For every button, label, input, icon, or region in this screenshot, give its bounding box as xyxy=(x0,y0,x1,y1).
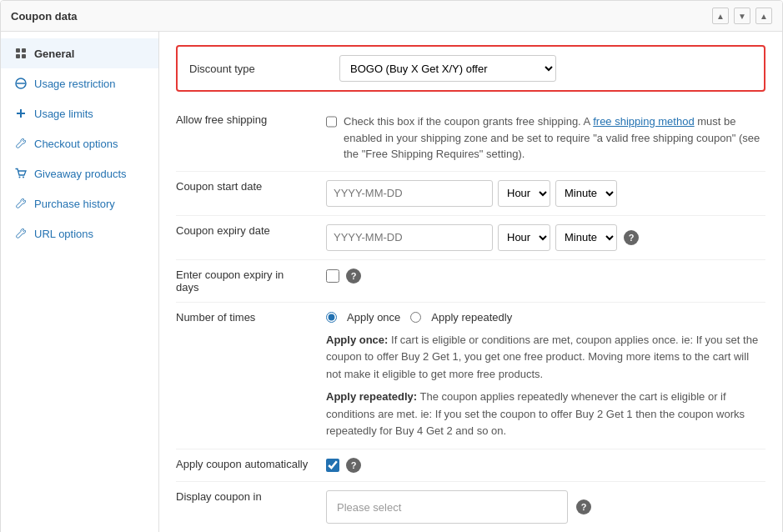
expiry-days-label: Enter coupon expiry in days xyxy=(176,269,309,294)
free-shipping-row: Allow free shipping Check this box if th… xyxy=(176,105,765,172)
grid-icon xyxy=(14,47,28,60)
discount-type-field: BOGO (Buy X Get X/Y) offer Percentage di… xyxy=(339,55,752,82)
sidebar-item-checkout-options[interactable]: Checkout options xyxy=(1,128,158,158)
apply-auto-row: Apply coupon automatically ? xyxy=(176,449,765,482)
apply-radio-group: Apply once Apply repeatedly xyxy=(326,311,765,324)
sidebar-label-url-options: URL options xyxy=(34,228,93,240)
apply-auto-checkbox[interactable] xyxy=(326,459,339,472)
window-controls: ▲ ▼ ▲ xyxy=(712,8,772,24)
sidebar-item-usage-limits[interactable]: Usage limits xyxy=(1,98,158,128)
coupon-start-date-row: Hour Minute xyxy=(326,180,765,207)
display-coupon-row: Display coupon in Please select ? xyxy=(176,482,765,532)
apply-once-label: Apply once xyxy=(347,311,400,324)
plus-icon xyxy=(14,107,28,120)
sidebar-label-usage-limits: Usage limits xyxy=(34,108,93,120)
sidebar-label-giveaway-products: Giveaway products xyxy=(34,168,127,180)
sidebar-item-usage-restriction[interactable]: Usage restriction xyxy=(1,68,158,98)
apply-repeatedly-label: Apply repeatedly xyxy=(431,311,512,324)
number-of-times-content: Apply once Apply repeatedly Apply once: … xyxy=(326,311,765,441)
free-shipping-text: Check this box if the coupon grants free… xyxy=(344,113,765,163)
free-shipping-checkbox[interactable] xyxy=(326,115,337,128)
sidebar-label-checkout-options: Checkout options xyxy=(34,138,118,150)
free-shipping-content: Check this box if the coupon grants free… xyxy=(326,113,765,163)
circle-block-icon xyxy=(14,77,28,90)
minimize-button[interactable]: ▲ xyxy=(712,8,729,24)
svg-point-8 xyxy=(19,177,21,178)
apply-once-desc: Apply once: If cart is eligible or condi… xyxy=(326,332,765,384)
apply-description: Apply once: If cart is eligible or condi… xyxy=(326,332,765,441)
apply-auto-controls: ? xyxy=(326,458,765,473)
expiry-days-checkbox[interactable] xyxy=(326,269,339,283)
apply-auto-label: Apply coupon automatically xyxy=(176,458,309,470)
coupon-start-hour-select[interactable]: Hour xyxy=(498,180,550,207)
sidebar-item-purchase-history[interactable]: Purchase history xyxy=(1,188,158,218)
apply-auto-content: ? xyxy=(326,458,765,473)
svg-rect-0 xyxy=(16,48,20,53)
layout: General Usage restriction xyxy=(1,32,782,532)
cart-icon xyxy=(14,167,28,180)
free-shipping-label: Allow free shipping xyxy=(176,113,309,126)
expiry-days-help-icon[interactable]: ? xyxy=(346,269,361,284)
display-coupon-content: Please select ? xyxy=(326,490,765,524)
svg-rect-2 xyxy=(16,54,20,58)
apply-repeatedly-desc: Apply repeatedly: The coupon applies rep… xyxy=(326,389,765,440)
title-bar: Coupon data ▲ ▼ ▲ xyxy=(1,1,782,32)
sidebar: General Usage restriction xyxy=(1,32,159,532)
coupon-start-content: Hour Minute xyxy=(326,180,765,207)
wrench-icon xyxy=(14,137,28,150)
discount-type-select[interactable]: BOGO (Buy X Get X/Y) offer Percentage di… xyxy=(339,55,556,82)
collapse-button[interactable]: ▼ xyxy=(734,8,750,24)
number-of-times-row: Number of times Apply once Apply repeate… xyxy=(176,303,765,450)
coupon-start-date-row: Coupon start date Hour Minute xyxy=(176,172,765,216)
coupon-start-date-input[interactable] xyxy=(326,180,493,207)
expiry-days-content: ? xyxy=(326,269,765,284)
display-coupon-select[interactable]: Please select xyxy=(326,490,568,524)
coupon-expiry-content: Hour Minute ? xyxy=(326,224,765,251)
window-title: Coupon data xyxy=(11,10,77,23)
sidebar-item-giveaway-products[interactable]: Giveaway products xyxy=(1,158,158,188)
coupon-expiry-controls: Hour Minute ? xyxy=(326,224,765,251)
sidebar-item-general[interactable]: General xyxy=(1,38,158,68)
svg-rect-1 xyxy=(22,48,26,53)
svg-rect-3 xyxy=(22,54,26,58)
apply-once-radio[interactable] xyxy=(326,312,337,323)
coupon-expiry-date-input[interactable] xyxy=(326,224,493,251)
expiry-date-help-icon[interactable]: ? xyxy=(624,230,639,245)
coupon-expiry-hour-select[interactable]: Hour xyxy=(498,224,550,251)
coupon-start-minute-select[interactable]: Minute xyxy=(555,180,617,207)
coupon-expiry-date-inputs: Hour Minute xyxy=(326,224,617,251)
discount-type-row: Discount type BOGO (Buy X Get X/Y) offer… xyxy=(176,45,765,92)
display-coupon-label: Display coupon in xyxy=(176,490,309,503)
coupon-window: Coupon data ▲ ▼ ▲ General xyxy=(0,0,783,532)
main-content: Discount type BOGO (Buy X Get X/Y) offer… xyxy=(159,32,782,532)
apply-auto-help-icon[interactable]: ? xyxy=(346,458,361,473)
url-options-icon xyxy=(14,227,28,240)
number-of-times-label: Number of times xyxy=(176,311,309,324)
coupon-expiry-label: Coupon expiry date xyxy=(176,224,309,237)
purchase-history-icon xyxy=(14,197,28,210)
expand-button[interactable]: ▲ xyxy=(755,8,772,24)
apply-repeatedly-radio[interactable] xyxy=(410,312,421,323)
coupon-expiry-date-row: Coupon expiry date Hour Minute ? xyxy=(176,216,765,260)
sidebar-label-usage-restriction: Usage restriction xyxy=(34,78,116,90)
display-coupon-help-icon[interactable]: ? xyxy=(576,499,591,514)
expiry-days-row: Enter coupon expiry in days ? xyxy=(176,260,765,303)
free-shipping-link[interactable]: free shipping method xyxy=(593,115,694,128)
coupon-start-label: Coupon start date xyxy=(176,180,309,193)
sidebar-item-url-options[interactable]: URL options xyxy=(1,218,158,248)
svg-point-9 xyxy=(23,177,24,178)
sidebar-label-purchase-history: Purchase history xyxy=(34,198,115,210)
discount-type-label: Discount type xyxy=(189,63,323,75)
sidebar-label-general: General xyxy=(34,48,74,60)
coupon-expiry-minute-select[interactable]: Minute xyxy=(555,224,617,251)
